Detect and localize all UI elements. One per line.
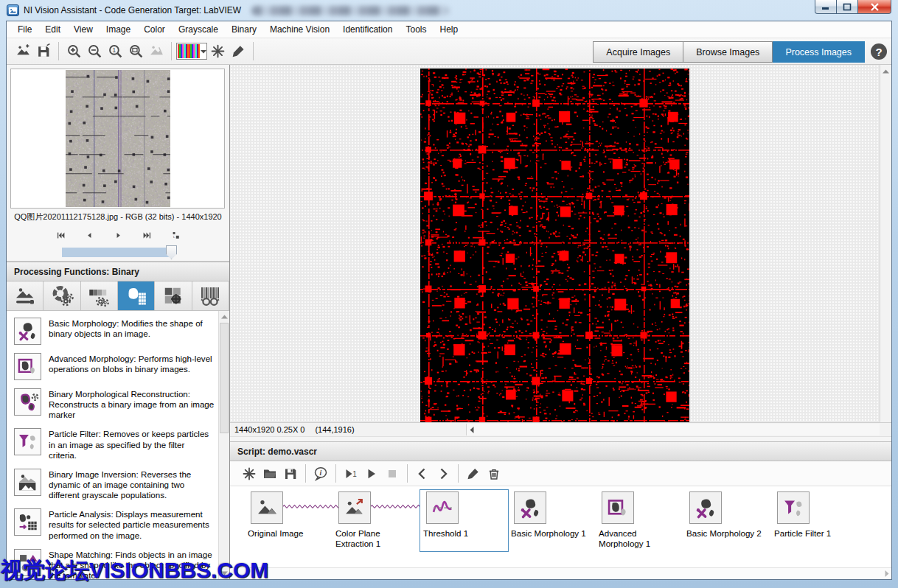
svg-text:1: 1 [352,469,357,477]
first-image-button[interactable] [54,229,67,241]
new-image-icon[interactable] [13,42,33,61]
horizontal-scrollbar[interactable] [466,424,880,435]
binary-inversion-icon [14,469,41,496]
thumbnail-image-canvas[interactable] [66,70,170,207]
app-icon [7,4,19,16]
slider-thumb[interactable] [166,245,177,259]
processing-functions-header: Processing Functions: Binary [7,262,229,281]
script-step[interactable]: Threshold 1 [420,490,508,551]
viewport-scrollbar[interactable] [880,65,891,422]
tab-machine-vision[interactable] [155,281,192,310]
last-image-button[interactable] [140,229,153,241]
script-step[interactable]: Advanced Morphology 1 [596,490,683,551]
function-list-item[interactable]: Advanced Morphology: Performs high-level… [13,349,215,385]
scrollbar-thumb[interactable] [220,323,229,433]
delete-step-icon[interactable] [484,464,504,483]
menu-item[interactable]: Machine Vision [263,22,336,37]
menu-item[interactable]: Identification [336,22,399,37]
script-step[interactable]: Color Plane Extraction 1 [333,490,420,551]
minimize-button[interactable] [815,0,837,14]
step-forward-icon[interactable] [433,464,453,483]
thumbnail-mode-icon[interactable]: L [169,229,182,241]
run-once-icon[interactable]: 1 [341,464,361,483]
color-plane-extraction-icon[interactable] [338,491,371,524]
advanced-morphology-icon[interactable] [602,491,634,524]
menu-item[interactable]: Binary [225,22,263,37]
tab-grayscale[interactable] [81,281,118,310]
process-images-button[interactable]: Process Images [773,41,865,63]
edit-step-icon[interactable] [463,464,484,483]
script-step[interactable]: Basic Morphology 1 [508,490,596,551]
tab-color[interactable] [43,281,80,310]
tab-color-icon [49,285,74,307]
original-image-icon[interactable] [251,491,283,524]
tab-image[interactable] [7,281,43,310]
menu-item[interactable]: Image [100,22,137,37]
svg-text:1: 1 [112,46,116,54]
basic-morphology-icon [14,318,41,345]
zoom-in-icon[interactable] [63,42,84,61]
menu-item[interactable]: Grayscale [172,22,225,37]
image-position-slider[interactable] [62,248,174,257]
color-palette-dropdown[interactable] [176,43,207,60]
function-list-scrollbar[interactable] [218,311,229,579]
zoom-out-icon[interactable] [84,42,105,61]
mode-buttons: Acquire Images Browse Images Process Ima… [593,41,865,63]
function-list-item[interactable]: Binary Image Inversion: Reverses the dyn… [13,465,215,505]
open-script-icon[interactable] [260,464,280,483]
svg-text:i: i [320,468,322,476]
next-image-button[interactable] [111,229,125,241]
scroll-up-icon[interactable] [880,66,891,77]
step-back-icon[interactable] [412,464,433,483]
advanced-morphology-icon [14,353,41,380]
function-list-item[interactable]: Particle Filter: Removes or keeps partic… [13,424,215,464]
blurred-watermark [251,6,449,15]
menu-item[interactable]: Tools [399,22,433,37]
save-image-icon[interactable] [33,42,54,61]
maximize-button[interactable] [837,0,857,14]
tab-identification[interactable] [192,281,229,310]
toolbar-separator [458,464,459,483]
svg-text:L: L [173,234,175,238]
menu-bar: FileEditViewImageColorGrayscaleBinaryMac… [7,21,891,38]
basic-morphology-icon[interactable] [689,491,722,524]
browse-images-button[interactable]: Browse Images [683,41,773,63]
menu-item[interactable]: View [67,22,100,37]
menu-item[interactable]: Color [137,22,172,37]
basic-morphology-icon[interactable] [514,491,546,524]
scroll-right-icon[interactable] [885,568,889,579]
menu-item[interactable]: Edit [38,22,67,37]
binary-image-canvas[interactable] [420,69,689,422]
tab-identification-icon [198,285,223,307]
script-scrollbar[interactable] [230,567,891,579]
particle-filter-icon[interactable] [777,491,810,524]
status-bar: 1440x1920 0.25X 0 (144,1916) [230,422,891,436]
zoom-1-1-icon[interactable]: 1 [105,42,125,61]
script-step[interactable]: Particle Filter 1 [771,490,859,551]
new-script-icon[interactable] [239,464,260,483]
zoom-fit-icon[interactable] [125,42,146,61]
scroll-up-icon[interactable] [219,312,229,322]
script-step[interactable]: Basic Morphology 2 [683,490,771,551]
script-step[interactable]: Original Image [245,490,333,551]
close-button[interactable] [857,0,891,14]
panel-spacer [230,436,891,441]
menu-item[interactable]: File [11,22,38,37]
tab-binary[interactable] [118,281,155,310]
annotate-icon[interactable] [228,42,248,61]
menu-item[interactable]: Help [434,22,465,37]
image-viewport[interactable] [230,65,891,422]
function-list-item[interactable]: Binary Morphological Reconstruction: Rec… [13,385,215,424]
new-roi-icon[interactable] [207,42,228,61]
scroll-left-icon[interactable] [467,427,477,433]
save-script-icon[interactable] [280,464,301,483]
run-script-icon[interactable] [361,464,382,483]
function-list-item[interactable]: Basic Morphology: Modifies the shape of … [13,314,215,349]
threshold-icon[interactable] [426,491,459,524]
palette-stripes-icon [178,44,200,58]
acquire-images-button[interactable]: Acquire Images [593,41,683,63]
help-button[interactable]: ? [871,43,887,60]
prev-image-button[interactable] [83,229,96,241]
script-info-icon[interactable]: i [310,464,331,483]
function-list-item[interactable]: Particle Analysis: Displays measurement … [13,505,215,545]
